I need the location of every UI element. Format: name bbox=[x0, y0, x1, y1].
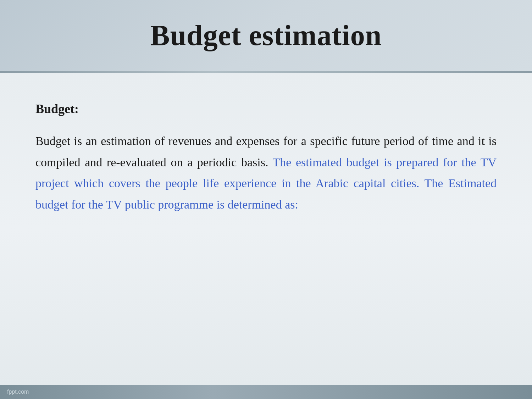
slide-container: Budget estimation Budget: Budget is an e… bbox=[0, 0, 532, 399]
budget-body: Budget is an estimation of revenues and … bbox=[35, 131, 497, 215]
budget-label: Budget: bbox=[35, 101, 497, 116]
content-section: Budget: Budget is an estimation of reven… bbox=[0, 73, 532, 385]
bottom-bar: fppt.com bbox=[0, 385, 532, 399]
slide-title: Budget estimation bbox=[150, 19, 382, 52]
header-section: Budget estimation bbox=[0, 0, 532, 71]
fppt-label: fppt.com bbox=[7, 389, 29, 395]
